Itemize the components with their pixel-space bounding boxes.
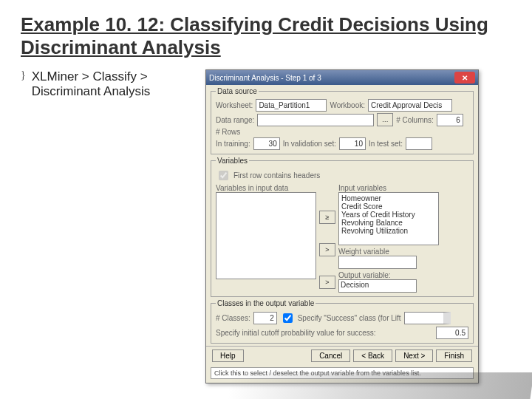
datasource-legend: Data source: [216, 87, 259, 95]
train-label: In training:: [216, 140, 250, 148]
classes-legend: Classes in the output variable: [216, 299, 316, 307]
close-button[interactable]: ✕: [454, 72, 475, 83]
cutoff-field[interactable]: 0.5: [436, 327, 468, 339]
success-label: Specify "Success" class (for Lift: [298, 314, 401, 322]
range-picker-button[interactable]: …: [377, 113, 393, 126]
move-right-button[interactable]: ≥: [319, 211, 335, 224]
nclasses-label: # Classes:: [216, 314, 250, 322]
slide-title: Example 10. 12: Classifying Credit Decis…: [21, 13, 511, 59]
rows-label: # Rows: [216, 128, 240, 136]
bullet-marker: }: [21, 69, 26, 383]
finish-button[interactable]: Finish: [436, 349, 472, 362]
cutoff-label: Specify initial cutoff probability value…: [216, 329, 376, 337]
cols-label: # Columns:: [396, 116, 434, 124]
weight-field[interactable]: [338, 256, 417, 269]
bullet-text: XLMiner > Classify > Discriminant Analys…: [32, 69, 197, 383]
firstrow-checkbox[interactable]: [219, 171, 228, 180]
back-button[interactable]: < Back: [353, 349, 392, 362]
datasource-group: Data source Worksheet: Data_Partition1 W…: [211, 87, 474, 154]
dialog-title: Discriminant Analysis - Step 1 of 3: [209, 74, 321, 82]
classes-group: Classes in the output variable # Classes…: [211, 299, 474, 344]
output-label: Output variable:: [338, 271, 439, 279]
output-field[interactable]: Decision: [338, 279, 417, 293]
move-output-button[interactable]: >: [319, 276, 335, 289]
cancel-button[interactable]: Cancel: [311, 349, 350, 362]
valid-label: In validation set:: [283, 140, 336, 148]
weight-label: Weight variable: [338, 248, 439, 256]
list-item[interactable]: Years of Credit History: [341, 211, 437, 219]
bullet-item: } XLMiner > Classify > Discriminant Anal…: [21, 69, 197, 383]
variables-group: Variables First row contains headers Var…: [211, 157, 474, 297]
leftlist-label: Variables in input data: [216, 184, 316, 192]
workbook-field[interactable]: Credit Approval Decis: [368, 99, 452, 112]
list-item[interactable]: Homeowner: [341, 194, 437, 202]
firstrow-label: First row contains headers: [233, 171, 320, 180]
list-item[interactable]: Credit Score: [341, 202, 437, 211]
test-field: [406, 137, 432, 150]
move-single-button[interactable]: >: [319, 243, 335, 256]
leftlist[interactable]: [216, 192, 316, 279]
test-label: In test set:: [369, 140, 403, 148]
help-button[interactable]: Help: [212, 349, 244, 362]
rightlist-label: Input variables: [338, 184, 439, 192]
success-checkbox[interactable]: [283, 313, 293, 323]
next-button[interactable]: Next >: [395, 349, 433, 362]
range-field[interactable]: [257, 114, 374, 126]
nclasses-field: 2: [253, 312, 277, 324]
cols-field: 6: [437, 114, 463, 126]
valid-field: 10: [339, 137, 366, 150]
variables-legend: Variables: [216, 157, 249, 165]
worksheet-label: Worksheet:: [216, 101, 253, 109]
list-item[interactable]: Revolving Balance: [341, 219, 437, 227]
dialog-window: Discriminant Analysis - Step 1 of 3 ✕ Da…: [205, 69, 479, 383]
workbook-label: Workbook:: [330, 101, 365, 109]
rightlist[interactable]: Homeowner Credit Score Years of Credit H…: [338, 192, 439, 245]
train-field: 30: [253, 137, 280, 150]
worksheet-field[interactable]: Data_Partition1: [256, 99, 327, 112]
success-dropdown[interactable]: [404, 312, 451, 324]
decorative-shadow: [227, 372, 532, 399]
list-item[interactable]: Revolving Utilization: [341, 227, 437, 235]
range-label: Data range:: [216, 116, 254, 124]
